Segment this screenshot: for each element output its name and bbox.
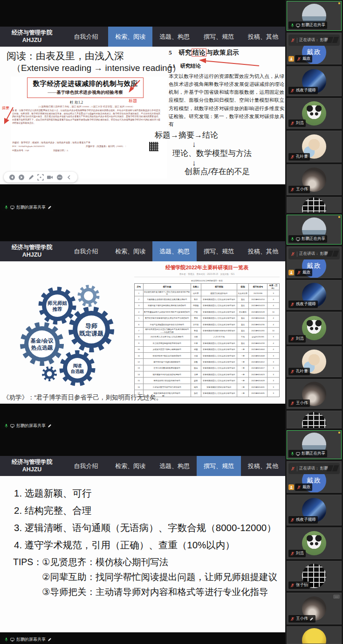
participant-tile-partial[interactable] [287, 411, 342, 428]
school-name-en: AHJZU [22, 37, 42, 44]
participant-tile-zhangziyi[interactable]: 张子怡 [287, 561, 342, 591]
paper-abstract: 摘 要：以数字经济运行的资源配置效应为切入点，以绿色技术进步视角阐释数字经济促进… [12, 109, 160, 125]
tab-search-reading[interactable]: 检索、阅读 [108, 241, 152, 261]
participant-tile-wangxiaowei[interactable]: 王小伟 [287, 379, 342, 409]
td: 4 [268, 303, 279, 308]
td: 重点 [237, 315, 249, 321]
participant-tile-kongye[interactable]: 孔叶量 [287, 346, 342, 377]
more-options-badge[interactable]: … [333, 595, 340, 599]
play-icon[interactable] [18, 174, 25, 181]
td: 重点 [237, 340, 249, 346]
tab-self-intro[interactable]: 自我介绍 [64, 456, 108, 476]
tip-item: ③导师把关：主动请导师对内容和格式等进行专业化指导 [42, 584, 277, 599]
school-name-en: AHJZU [22, 252, 42, 259]
table-row: 13住宅工程质量保险制度创新研究陈晨安徽省高校哲学人文社会科学研究项目一般202… [135, 365, 279, 371]
section5-heading: 5 研究结论与政策启示 [169, 49, 284, 57]
tab-self-intro[interactable]: 自我介绍 [64, 241, 108, 261]
more-icon[interactable] [56, 174, 63, 181]
td: 2022AH050617 [249, 365, 268, 371]
th: 级别 [237, 284, 249, 290]
research-projects-table: 经管学院2022年主要科研项目一览表 发布者：管理员 发布时间：2023-05-… [134, 264, 280, 397]
participant-tile-partial[interactable] [287, 197, 342, 213]
participant-tile-liuhao[interactable]: 刘浩 [287, 98, 342, 129]
participant-tile-wangxiaowei[interactable]: … 王小伟 [287, 593, 342, 624]
mic-muted-icon [291, 38, 295, 42]
tab-topic-idea[interactable]: 选题、构思 [152, 27, 197, 47]
speaking-banner: 正在讲话： 彭鹏； [288, 248, 340, 259]
tab-submission-other[interactable]: 投稿、其他 [241, 241, 285, 261]
mic-on-icon [4, 205, 8, 210]
participant-tile-kongye[interactable]: 孔叶量 [287, 131, 342, 162]
participant-tile-canye[interactable]: 残夜子规啼 [287, 66, 342, 96]
td: 16 [135, 384, 144, 390]
paper-conclusion-column: 5 研究结论与政策启示 5.1 研究结论 本文以数字经济运行的资源配置效应为切入… [169, 49, 284, 128]
tab-self-intro[interactable]: 自我介绍 [64, 27, 108, 47]
participant-tile-canye[interactable]: 残夜子规啼 [287, 495, 342, 525]
td: 2022AH050623 [249, 371, 268, 377]
td: 重点 [237, 303, 249, 308]
mic-muted-icon [291, 252, 295, 256]
screen-share-icon [296, 452, 300, 456]
collapse-icon[interactable] [66, 174, 72, 181]
participant-name: 王小伟 [296, 400, 308, 406]
participant-tile-sharer[interactable]: 彭鹏正在共享 [287, 1, 342, 31]
tab-search-reading[interactable]: 检索、阅读 [108, 456, 152, 476]
participant-tile-daizheng[interactable]: 正在讲话： 彭鹏； 戴政 戴政 [287, 33, 342, 64]
pencil-icon[interactable] [48, 424, 52, 428]
video-icon[interactable] [47, 174, 53, 181]
participant-tile-sharer[interactable]: 彭鹏正在共享 [287, 430, 342, 459]
participant-tile-wangxiaowei[interactable]: 王小伟 [287, 164, 342, 195]
participant-tile-liuhao[interactable]: 刘浩 [287, 527, 342, 559]
td: 王磊 [191, 334, 201, 340]
td: 建筑业农民工职业技能提升研究 [144, 378, 191, 383]
conclusion-body-text: 本文以数字经济运行的资源配置效应为切入点，从绿色技术进步视角阐释数字经济发展促进… [169, 72, 284, 128]
pencil-icon[interactable] [309, 617, 314, 621]
pencil-icon[interactable] [48, 637, 52, 642]
flow-step-2: 理论、数学模型与方法 [172, 148, 252, 159]
participant-tile-partial[interactable] [287, 626, 342, 644]
tab-writing-norms[interactable]: 撰写、规范 [197, 27, 241, 47]
screen-share-badge: 彭鹏的屏幕共享 [1, 636, 55, 643]
gear-small-light [79, 287, 98, 305]
tab-writing-norms[interactable]: 撰写、规范 [197, 241, 241, 261]
td: 11 [135, 353, 144, 358]
tab-search-reading[interactable]: 检索、阅读 [108, 27, 152, 47]
table-row: 6不动产投资预期收益金的保值与功能研究李守亚安徽省高校哲学人文社会科学研究项目重… [135, 322, 279, 328]
paper-doi: DOI：10.6049/kjjbydc.2023020193 [12, 145, 45, 147]
tab-topic-idea[interactable]: 选题、构思 [152, 456, 197, 476]
table-row: 12碳中和目标下能源结构转型研究刘敏安徽省高校哲学人文社会科学研究项目一般202… [135, 359, 279, 365]
mic-muted-icon [297, 271, 301, 275]
participant-name: 孔叶量 [296, 154, 308, 160]
table-row: 5数字经济提升安徽城市韧性发展水平机理与路径研究黄琦安徽省高校哲学人文社会科学研… [135, 315, 279, 322]
tab-topic-idea[interactable]: 选题、构思 [152, 241, 197, 261]
school-name-en: AHJZU [22, 466, 42, 474]
td: 安徽省高校哲学人文社会科学研究项目 [201, 322, 238, 327]
td: 2022AH050265 [249, 328, 268, 333]
td: 专项 [237, 334, 249, 340]
tab-writing-norms[interactable]: 撰写、规范 [197, 456, 241, 476]
back-icon[interactable] [9, 174, 15, 181]
pencil-icon[interactable] [48, 205, 52, 210]
td: 3 [268, 334, 279, 340]
scan-icon[interactable] [37, 174, 44, 181]
pencil-icon[interactable] [28, 174, 34, 181]
td: 安徽省高校自然科学研究项目 [201, 384, 238, 390]
td: 2022AH050631 [249, 384, 268, 390]
mic-on-icon [290, 452, 295, 456]
qr-code [149, 142, 158, 151]
participant-name: 刘浩 [296, 551, 304, 556]
participant-tile-canye[interactable]: 残夜子规啼 [287, 280, 342, 310]
participant-tile-daizheng[interactable]: 正在讲话： 彭鹏； 戴政 戴政 [287, 246, 342, 278]
participant-tile-liuhao[interactable]: 刘浩 [287, 312, 342, 344]
school-name-cn: 经济与管理学院 [12, 29, 53, 37]
td: 一般 [237, 347, 249, 352]
tab-submission-other[interactable]: 投稿、其他 [241, 27, 285, 47]
participant-tile-daizheng[interactable]: 正在讲话： 彭鹏； 戴政 戴政 [287, 461, 342, 493]
nav-tabs: 自我介绍 检索、阅读 选题、构思 撰写、规范 投稿、其他 [64, 241, 285, 261]
td: 14 [135, 371, 144, 377]
table-row: 82022年度人才发展专项人才办共建研究王磊人才工作专项专项gxgj2022D2… [135, 334, 279, 340]
tip-item: ②同辈互助：找同学帮忙阅读提出问题，让师兄师姐提建议 [42, 569, 277, 584]
td: 2022AH050628 [249, 378, 268, 383]
participant-tile-sharer[interactable]: 彭鹏正在共享 [287, 215, 342, 245]
tab-submission-other[interactable]: 投稿、其他 [241, 456, 285, 476]
